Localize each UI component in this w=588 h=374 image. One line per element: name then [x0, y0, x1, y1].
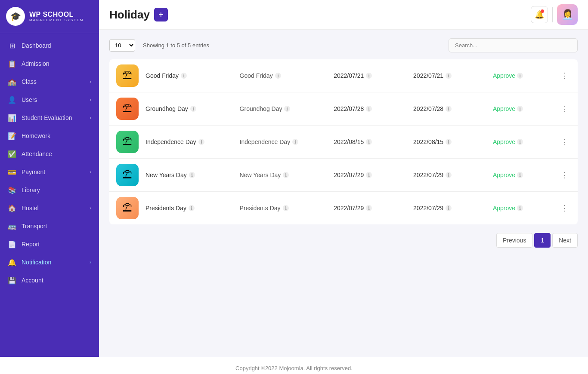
next-button[interactable]: Next — [552, 233, 578, 248]
holiday-description: Groundhog Day ℹ — [240, 105, 327, 112]
holiday-status: Approve ℹ — [493, 172, 551, 178]
admission-icon: 📋 — [8, 59, 16, 68]
holiday-end-date: 2022/07/29 ℹ — [413, 172, 486, 178]
holiday-end-date: 2022/08/15 ℹ — [413, 138, 486, 145]
name-info-icon: ℹ — [181, 73, 187, 79]
end-info-icon: ℹ — [446, 172, 452, 178]
sidebar-item-hostel[interactable]: 🏠 Hostel › — [0, 199, 99, 217]
notification-button[interactable]: 🔔 — [531, 6, 548, 23]
holiday-description: New Years Day ℹ — [240, 172, 327, 178]
holiday-description: Good Friday ℹ — [240, 72, 327, 79]
start-info-icon: ℹ — [366, 73, 372, 79]
desc-info-icon: ℹ — [292, 139, 298, 145]
sidebar-item-student-evaluation[interactable]: 📊 Student Evaluation › — [0, 109, 99, 127]
pagination: Previous 1 Next — [109, 233, 578, 248]
holiday-name: Groundhog Day ℹ — [145, 105, 233, 112]
holiday-description: Independence Day ℹ — [240, 138, 327, 145]
page-1-button[interactable]: 1 — [534, 233, 551, 248]
sidebar-logo: 🎓 WP SCHOOL MANAGEMENT SYSTEM — [0, 0, 99, 33]
sidebar-label-users: Users — [22, 96, 37, 103]
sidebar-label-admission: Admission — [22, 60, 50, 67]
attendance-icon: ✅ — [8, 150, 16, 158]
sidebar-label-homework: Homework — [22, 132, 50, 139]
row-action-menu[interactable]: ⋮ — [558, 137, 571, 147]
status-info-icon: ℹ — [517, 106, 523, 112]
desc-info-icon: ℹ — [284, 106, 290, 112]
top-bar: Holiday + 🔔 👩‍💼 — [99, 0, 588, 30]
row-action-menu[interactable]: ⋮ — [558, 170, 571, 180]
logo-text: WP SCHOOL MANAGEMENT SYSTEM — [29, 11, 84, 22]
holiday-name: Presidents Day ℹ — [145, 205, 233, 212]
row-action-menu[interactable]: ⋮ — [558, 203, 571, 213]
entries-controls: 10 25 50 100 Showing 1 to 5 of 5 entries — [109, 39, 209, 52]
vertical-divider — [552, 7, 553, 22]
holiday-end-date: 2022/07/28 ℹ — [413, 105, 486, 112]
sidebar-item-account[interactable]: 💾 Account — [0, 271, 99, 289]
holiday-icon: ⛱ — [116, 98, 139, 120]
sidebar-label-notification: Notification — [22, 259, 51, 266]
row-action-menu[interactable]: ⋮ — [558, 104, 571, 113]
holiday-name: Good Friday ℹ — [145, 72, 233, 79]
sidebar-item-notification[interactable]: 🔔 Notification › — [0, 253, 99, 271]
sidebar-item-attendance[interactable]: ✅ Attendance — [0, 145, 99, 163]
sidebar-item-transport[interactable]: 🚌 Transport — [0, 217, 99, 235]
transport-icon: 🚌 — [8, 222, 16, 230]
add-holiday-button[interactable]: + — [154, 8, 168, 21]
sidebar-item-dashboard[interactable]: ⊞ Dashboard — [0, 37, 99, 55]
sidebar-item-report[interactable]: 📄 Report — [0, 235, 99, 253]
chevron-icon: › — [90, 169, 91, 175]
table-row: ⛱ Independence Day ℹ Independence Day ℹ … — [109, 126, 578, 159]
sidebar-item-payment[interactable]: 💳 Payment › — [0, 163, 99, 181]
search-input[interactable] — [449, 38, 578, 52]
content-area: 10 25 50 100 Showing 1 to 5 of 5 entries… — [99, 30, 588, 357]
chevron-icon: › — [90, 97, 91, 103]
sidebar-item-admission[interactable]: 📋 Admission — [0, 55, 99, 73]
row-action-menu[interactable]: ⋮ — [558, 71, 571, 80]
sidebar-label-dashboard: Dashboard — [22, 42, 51, 49]
sidebar-label-library: Library — [22, 187, 40, 193]
holiday-status: Approve ℹ — [493, 105, 551, 112]
desc-info-icon: ℹ — [275, 73, 281, 79]
sidebar-item-library[interactable]: 📚 Library — [0, 181, 99, 199]
sidebar-item-homework[interactable]: 📝 Homework — [0, 127, 99, 145]
desc-info-icon: ℹ — [283, 172, 289, 178]
library-icon: 📚 — [8, 186, 16, 194]
sidebar-label-attendance: Attendance — [22, 150, 52, 157]
holiday-icon: ⛱ — [116, 64, 139, 87]
table-row: ⛱ Good Friday ℹ Good Friday ℹ 2022/07/21… — [109, 59, 578, 92]
sidebar-label-payment: Payment — [22, 169, 45, 175]
sidebar-label-student-evaluation: Student Evaluation — [22, 114, 72, 121]
sidebar-label-transport: Transport — [22, 223, 47, 230]
sidebar-nav: ⊞ Dashboard 📋 Admission 🏫 Class › 👤 User… — [0, 33, 99, 357]
entries-select[interactable]: 10 25 50 100 — [109, 39, 135, 52]
sidebar-item-users[interactable]: 👤 Users › — [0, 91, 99, 109]
sidebar-item-class[interactable]: 🏫 Class › — [0, 73, 99, 91]
chevron-icon: › — [90, 205, 91, 211]
holiday-status: Approve ℹ — [493, 205, 551, 212]
previous-button[interactable]: Previous — [496, 233, 532, 248]
holiday-end-date: 2022/07/29 ℹ — [413, 205, 486, 212]
main-content: Holiday + 🔔 👩‍💼 10 25 50 — [99, 0, 588, 357]
start-info-icon: ℹ — [366, 139, 372, 145]
holiday-status: Approve ℹ — [493, 138, 551, 145]
footer: Copyright ©2022 Mojoomla. All rights res… — [0, 357, 588, 374]
holiday-name: Independence Day ℹ — [145, 138, 233, 145]
sidebar-label-class: Class — [22, 78, 37, 85]
name-info-icon: ℹ — [198, 139, 204, 145]
avatar-button[interactable]: 👩‍💼 — [557, 4, 578, 25]
top-bar-actions: 🔔 👩‍💼 — [531, 4, 578, 25]
holiday-start-date: 2022/07/28 ℹ — [334, 105, 406, 112]
start-info-icon: ℹ — [366, 205, 372, 211]
student-evaluation-icon: 📊 — [8, 113, 16, 122]
table-controls: 10 25 50 100 Showing 1 to 5 of 5 entries — [109, 38, 578, 52]
table-row: ⛱ Groundhog Day ℹ Groundhog Day ℹ 2022/0… — [109, 92, 578, 126]
holiday-table: ⛱ Good Friday ℹ Good Friday ℹ 2022/07/21… — [109, 59, 578, 224]
homework-icon: 📝 — [8, 132, 16, 140]
hostel-icon: 🏠 — [8, 204, 16, 212]
holiday-name: New Years Day ℹ — [145, 172, 233, 178]
status-info-icon: ℹ — [517, 139, 523, 145]
notification-icon: 🔔 — [8, 258, 16, 267]
desc-info-icon: ℹ — [283, 205, 289, 211]
start-info-icon: ℹ — [366, 106, 372, 112]
end-info-icon: ℹ — [446, 73, 452, 79]
